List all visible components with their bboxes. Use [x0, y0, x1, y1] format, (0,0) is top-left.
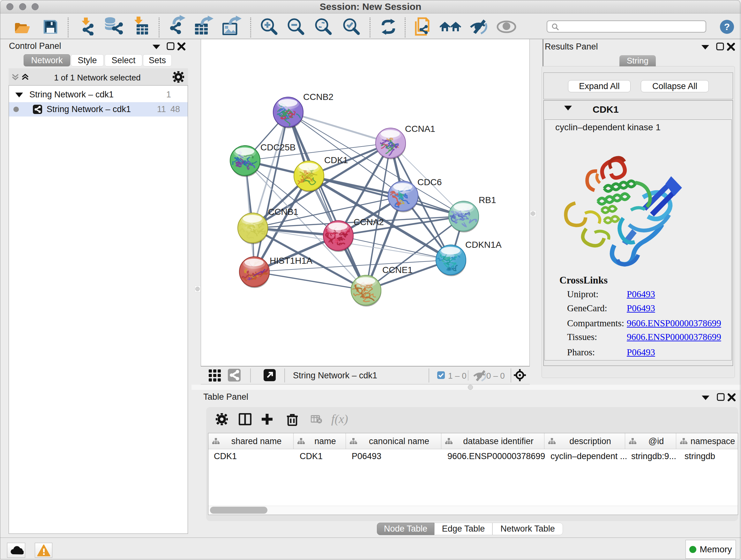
svg-text:HIST1H1A: HIST1H1A: [270, 256, 313, 266]
svg-text:?: ?: [724, 21, 730, 32]
svg-text:CDKN1A: CDKN1A: [465, 240, 502, 250]
svg-text:CCNB1: CCNB1: [268, 207, 298, 217]
svg-text:CCNA2: CCNA2: [354, 217, 384, 227]
svg-text:CCNB2: CCNB2: [303, 92, 333, 102]
svg-text:CDK1: CDK1: [324, 155, 348, 165]
svg-text:CCNE1: CCNE1: [382, 265, 413, 275]
svg-text:CCNA1: CCNA1: [405, 124, 435, 134]
svg-text:RB1: RB1: [479, 195, 496, 205]
svg-text:CDC6: CDC6: [417, 177, 442, 187]
svg-text:CDC25B: CDC25B: [260, 142, 295, 152]
